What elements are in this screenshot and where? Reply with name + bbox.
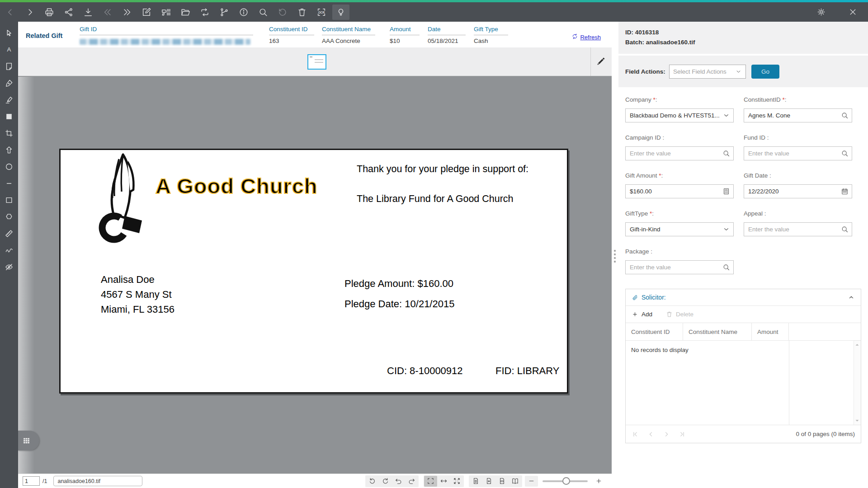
thumbnail-panel-toggle[interactable] [18, 431, 39, 450]
page-text-button[interactable] [495, 476, 509, 487]
delete-button[interactable] [293, 5, 311, 20]
campaign-id-value[interactable] [630, 150, 722, 157]
page-thumbnail-selected[interactable] [307, 54, 326, 70]
appeal-value[interactable] [748, 226, 841, 233]
scroll-up-icon[interactable] [854, 342, 860, 348]
zoom-slider-knob[interactable] [562, 477, 570, 485]
gift-date-input[interactable] [744, 184, 852, 198]
table-scrollbar[interactable] [854, 341, 861, 425]
search-button[interactable] [255, 5, 272, 20]
ruler-tool-button[interactable] [0, 225, 18, 242]
select-tool-button[interactable] [0, 24, 18, 41]
collapse-icon[interactable] [848, 294, 855, 301]
export-page-button[interactable] [482, 476, 495, 487]
package-value[interactable] [630, 264, 722, 271]
share-button[interactable] [60, 5, 77, 20]
appeal-input[interactable] [744, 222, 852, 236]
text-tool-button[interactable]: A [0, 41, 18, 58]
gift-date-value[interactable] [748, 188, 841, 195]
company-value[interactable] [630, 112, 722, 119]
package-input[interactable] [625, 260, 734, 274]
calculator-icon[interactable] [722, 188, 730, 195]
ellipse-tool-button[interactable] [0, 158, 18, 175]
gift-amount-value[interactable] [630, 188, 722, 195]
scan-button[interactable] [157, 5, 175, 20]
field-actions-select[interactable]: Select Field Actions [669, 65, 746, 79]
note-tool-button[interactable] [0, 58, 18, 75]
edit-document-button[interactable] [138, 5, 155, 20]
chevron-down-icon[interactable] [722, 112, 730, 119]
fund-id-value[interactable] [748, 150, 841, 157]
rotate-clockwise-button[interactable] [379, 476, 392, 487]
gift-type-select[interactable] [625, 222, 734, 236]
polygon-tool-button[interactable] [0, 208, 18, 225]
fit-selection-button[interactable] [424, 476, 437, 487]
company-select[interactable] [625, 108, 734, 122]
calendar-icon[interactable] [841, 188, 849, 195]
zoom-slider-track[interactable] [542, 480, 588, 482]
open-folder-button[interactable] [177, 5, 194, 20]
line-tool-button[interactable] [0, 175, 18, 192]
scroll-down-icon[interactable] [854, 418, 860, 424]
search-icon[interactable] [841, 150, 849, 157]
page-number-input[interactable] [23, 476, 40, 486]
download-button[interactable] [80, 5, 97, 20]
hide-annotations-button[interactable] [0, 258, 18, 275]
history-button[interactable] [274, 5, 291, 20]
info-button[interactable] [235, 5, 252, 20]
settings-button[interactable] [813, 5, 830, 20]
constituent-id-input[interactable] [744, 108, 852, 122]
filename-input[interactable] [53, 476, 142, 486]
document-canvas[interactable]: A Good Church Thank you for your pledge … [18, 77, 612, 474]
constituent-id-value[interactable] [748, 112, 841, 119]
campaign-id-input[interactable] [625, 146, 734, 160]
pen-tool-button[interactable] [0, 75, 18, 91]
add-solicitor-button[interactable]: Add [632, 311, 652, 318]
fit-page-button[interactable] [450, 476, 463, 487]
auto-index-button[interactable] [332, 5, 349, 20]
filled-rectangle-tool-button[interactable] [0, 108, 18, 125]
arrow-tool-button[interactable] [0, 141, 18, 158]
search-icon[interactable] [722, 263, 730, 271]
gift-amount-input[interactable] [625, 184, 734, 198]
close-button[interactable] [844, 5, 862, 20]
solicitor-header[interactable]: Solicitor: [626, 289, 861, 306]
view-single-page-button[interactable] [469, 476, 482, 487]
freehand-tool-button[interactable] [0, 242, 18, 258]
edit-annotations-icon[interactable] [596, 56, 606, 66]
search-icon[interactable] [722, 150, 730, 157]
first-page-button[interactable] [632, 430, 642, 438]
splitter-handle[interactable] [614, 250, 616, 263]
last-document-button[interactable] [118, 5, 136, 20]
redo-button[interactable] [405, 476, 418, 487]
rotate-pages-button[interactable] [196, 5, 213, 20]
previous-page-button[interactable] [647, 430, 657, 438]
delete-solicitor-button[interactable]: Delete [666, 311, 693, 318]
fit-width-button[interactable] [437, 476, 450, 487]
print-button[interactable] [41, 5, 58, 20]
crop-tool-button[interactable] [0, 125, 18, 141]
nav-next-button[interactable] [21, 5, 38, 20]
ocr-button[interactable]: OCR [313, 5, 330, 20]
gift-type-value[interactable] [630, 226, 722, 233]
refresh-link[interactable]: Refresh [571, 26, 612, 41]
last-page-button[interactable] [678, 430, 688, 438]
chevron-down-icon[interactable] [722, 225, 730, 233]
rotate-counterclockwise-button[interactable] [366, 476, 379, 487]
zoom-in-button[interactable] [592, 476, 605, 487]
document-viewer-column: Related Gift Gift ID Constituent ID 163 … [18, 22, 612, 488]
first-document-button[interactable] [99, 5, 116, 20]
nav-previous-button[interactable] [2, 5, 19, 20]
undo-button[interactable] [392, 476, 405, 487]
rectangle-tool-button[interactable] [0, 192, 18, 208]
search-icon[interactable] [841, 225, 849, 233]
book-view-button[interactable] [509, 476, 522, 487]
search-icon[interactable] [841, 112, 849, 119]
highlighter-tool-button[interactable] [0, 91, 18, 108]
zoom-out-button[interactable] [525, 476, 538, 487]
fund-id-input[interactable] [744, 146, 852, 160]
versions-button[interactable] [216, 5, 233, 20]
next-page-button[interactable] [662, 430, 672, 438]
go-button[interactable]: Go [751, 65, 779, 79]
panel-splitter[interactable] [612, 22, 618, 488]
